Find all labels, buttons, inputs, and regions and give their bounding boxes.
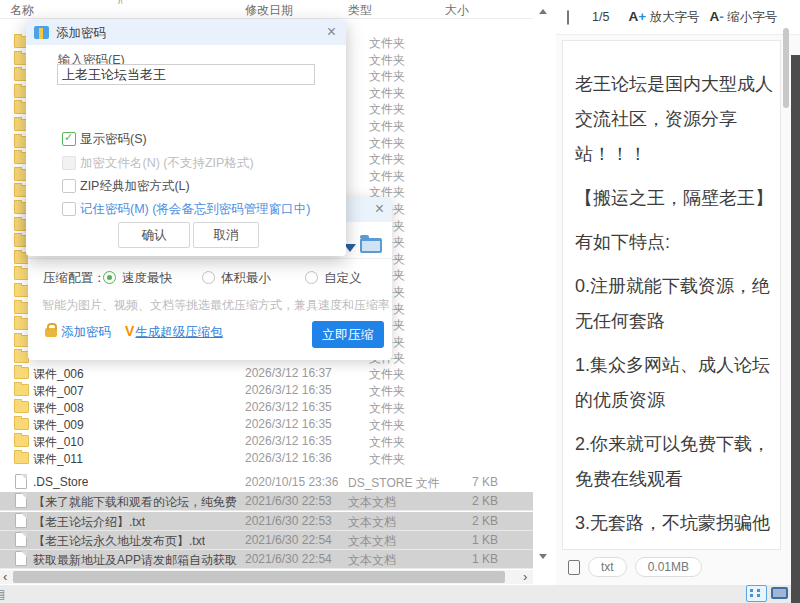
file-date: 2026/3/12 16:36 (245, 451, 332, 465)
table-row[interactable]: 【老王论坛永久地址发布页】.txt2021/6/30 22:54文本文档1 KB (0, 531, 533, 550)
file-date: 2020/10/15 23:36 (245, 475, 338, 489)
viewer-paragraph: 1.集众多网站、成人论坛的优质资源 (575, 348, 773, 418)
radio-circle-icon (305, 271, 318, 284)
checkbox-label: 记住密码(M) (将会备忘到密码管理窗口中) (80, 202, 311, 216)
radio-label: 体积最小 (221, 271, 271, 285)
checkbox-remember-password[interactable]: 记住密码(M) (将会备忘到密码管理窗口中) (62, 201, 311, 219)
password-input[interactable] (57, 64, 315, 85)
lock-icon (45, 328, 57, 337)
table-row[interactable]: .DS_Store2020/10/15 23:36DS_STORE 文件7 KB (0, 473, 533, 490)
clipped-bottom-left-icon: ▤ (0, 587, 10, 601)
archive-password-icon (34, 26, 49, 39)
picture-view-icon[interactable] (771, 587, 788, 599)
file-date: 2021/6/30 22:53 (245, 494, 332, 508)
viewer-paragraph: 2.你来就可以免费下载，免费在线观看 (575, 427, 773, 497)
viewer-paragraph: 0.注册就能下载资源，绝无任何套路 (575, 269, 773, 339)
radio-label: 自定义 (324, 271, 362, 285)
checkbox-icon (62, 202, 76, 216)
document-icon (568, 560, 580, 575)
file-date: 2021/6/30 22:53 (245, 514, 332, 528)
checkbox-label: 加密文件名(N) (不支持ZIP格式) (80, 156, 254, 170)
file-size: 2 KB (438, 514, 498, 528)
file-type-badge: txt (588, 557, 627, 577)
file-name: 【老王论坛介绍】.txt (33, 514, 145, 531)
folder-icon (14, 384, 29, 396)
folder-icon (14, 435, 29, 447)
checkbox-zip-classic[interactable]: ZIP经典加密方式(L) (62, 178, 190, 196)
text-viewer-panel: 1/5 A+ 放大字号 A- 缩小字号 目 老王论坛是国内大型成人交流社区，资源… (556, 0, 800, 585)
file-date: 2021/6/30 22:54 (245, 533, 332, 547)
compress-now-button[interactable]: 立即压缩 (312, 321, 384, 348)
scrollbar-thumb[interactable] (13, 571, 505, 583)
viewer-text: 老王论坛是国内大型成人交流社区，资源分享站！！！【搬运之王，隔壁老王】有如下特点… (575, 67, 773, 550)
table-row[interactable]: 【来了就能下载和观看的论坛，纯免费！...2021/6/30 22:53文本文档… (0, 492, 533, 511)
file-type: 文本文档 (348, 533, 396, 550)
viewer-paragraph: 【搬运之王，隔壁老王】 (575, 181, 773, 216)
document-icon[interactable] (567, 10, 569, 25)
table-row[interactable]: 课件_0092026/3/12 16:35文件夹 (0, 415, 533, 432)
list-horizontal-scrollbar[interactable]: ‹ › (0, 570, 533, 584)
file-icon (15, 513, 27, 528)
screen: 八 名称 修改日期 类型 大小 文件夹文件夹文件夹文件夹文件夹文件夹文件夹文件夹… (0, 0, 800, 603)
zoom-in-button[interactable]: A+ 放大字号 (628, 9, 699, 26)
file-size: 1 KB (438, 552, 498, 566)
checkbox-encrypt-filenames[interactable]: 加密文件名(N) (不支持ZIP格式) (62, 155, 254, 173)
confirm-button[interactable]: 确认 (118, 222, 190, 248)
cancel-button[interactable]: 取消 (193, 222, 259, 248)
viewer-paragraph: 老王论坛是国内大型成人交流社区，资源分享站！！！ (575, 67, 773, 172)
file-type: 文本文档 (348, 514, 396, 531)
file-name: 【老王论坛永久地址发布页】.txt (33, 533, 205, 550)
file-name: 获取最新地址及APP请发邮箱自动获取.txt (33, 552, 238, 569)
table-row[interactable]: 课件_0112026/3/12 16:36文件夹 (0, 449, 533, 466)
checkbox-show-password[interactable]: 显示密码(S) (62, 131, 147, 149)
checkbox-icon (62, 156, 76, 170)
scroll-right-icon[interactable]: › (523, 569, 527, 584)
scroll-left-icon[interactable]: ‹ (3, 569, 7, 584)
add-password-dialog: 添加密码 × 输入密码(E) 显示密码(S) 加密文件名(N) (不支持ZIP格… (26, 20, 346, 256)
viewer-scrollbar-thumb[interactable] (783, 28, 789, 108)
scroll-down-icon[interactable] (539, 554, 547, 563)
file-date: 2026/3/12 16:35 (245, 400, 332, 414)
file-size: 7 KB (438, 475, 498, 489)
table-row[interactable]: 课件_0102026/3/12 16:35文件夹 (0, 432, 533, 449)
folder-icon (14, 268, 29, 280)
file-icon (15, 493, 27, 508)
checkbox-icon (62, 179, 76, 193)
blue-folder-icon[interactable] (360, 238, 382, 253)
file-size: 1 KB (438, 533, 498, 547)
folder-icon (14, 351, 29, 363)
bottom-status-strip: ▤ (0, 585, 800, 603)
checkbox-icon (62, 132, 76, 146)
file-icon (15, 551, 27, 566)
page-indicator: 1/5 (592, 10, 609, 24)
file-name: .DS_Store (33, 475, 88, 489)
super-compress-link[interactable]: 生成超级压缩包 (135, 325, 223, 339)
close-icon[interactable]: × (327, 23, 336, 41)
file-date: 2026/3/12 16:35 (245, 383, 332, 397)
close-icon[interactable]: × (375, 200, 384, 218)
radio-fastest[interactable]: 速度最快 (103, 270, 172, 287)
file-date: 2026/3/12 16:35 (245, 417, 332, 431)
list-vertical-scrollbar[interactable] (535, 0, 551, 568)
folder-icon (14, 302, 29, 314)
radio-smallest[interactable]: 体积最小 (202, 270, 271, 287)
table-row[interactable]: 课件_0082026/3/12 16:35文件夹 (0, 398, 533, 415)
scroll-up-icon[interactable] (539, 5, 547, 14)
table-row[interactable]: 【老王论坛介绍】.txt2021/6/30 22:53文本文档2 KB (0, 512, 533, 531)
folder-icon (14, 318, 29, 330)
file-date: 2026/3/12 16:35 (245, 434, 332, 448)
table-row[interactable]: 课件_0062026/3/12 16:37文件夹 (0, 364, 533, 381)
dialog-title: 添加密码 (56, 25, 106, 42)
compress-links: 添加密码V生成超级压缩包 (45, 323, 223, 341)
add-password-link[interactable]: 添加密码 (61, 325, 111, 339)
table-row[interactable]: 获取最新地址及APP请发邮箱自动获取.txt2021/6/30 22:54文本文… (0, 550, 533, 569)
detail-view-icon[interactable] (746, 585, 767, 602)
file-date: 2021/6/30 22:54 (245, 552, 332, 566)
radio-custom[interactable]: 自定义 (305, 270, 362, 287)
folder-icon (14, 418, 29, 430)
folder-icon (14, 285, 29, 297)
zoom-out-button[interactable]: A- 缩小字号 (710, 9, 778, 26)
table-row[interactable]: 课件_0072026/3/12 16:35文件夹 (0, 381, 533, 398)
viewer-footer: txt 0.01MB (556, 552, 800, 582)
file-icon (15, 532, 27, 547)
